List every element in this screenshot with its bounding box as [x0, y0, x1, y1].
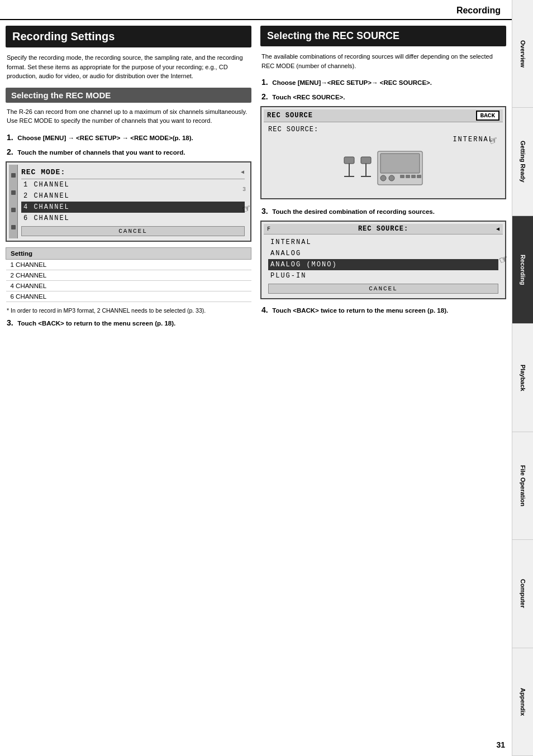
- footnote: * In order to record in MP3 format, 2 CH…: [7, 307, 250, 315]
- rec-source-screen1: REC SOURCE BACK REC SOURCE: INTERNAL: [260, 106, 506, 199]
- rec-source-step1-num: 1.: [261, 78, 268, 87]
- back-button-screen1[interactable]: BACK: [476, 111, 499, 121]
- rec-source-value: INTERNAL: [268, 136, 498, 143]
- device-sidebar-indicator-4: [11, 225, 16, 229]
- svg-rect-0: [344, 157, 354, 164]
- svg-rect-7: [380, 154, 420, 173]
- content-columns: Recording Settings Specify the recording…: [0, 20, 512, 338]
- rec-source-step3-num: 3.: [261, 207, 268, 216]
- rec-source-title: Selecting the REC SOURCE: [260, 26, 506, 46]
- rec-mode-screen-title: REC MODE:: [21, 168, 65, 176]
- source-internal[interactable]: INTERNAL: [268, 237, 498, 248]
- rec-source-step1-text: Choose [MENU]→<REC SETUP>→ <REC SOURCE>.: [270, 79, 432, 86]
- svg-rect-13: [417, 175, 421, 178]
- recording-settings-intro: Specify the recording mode, the recordin…: [6, 53, 251, 81]
- rec-source-screen2: F REC SOURCE: ◀ INTERNAL ANALOG ANALOG (…: [260, 221, 506, 299]
- device-f-label: F: [267, 226, 270, 232]
- rec-mode-step3: 3. Touch <BACK> to return to the menu sc…: [6, 318, 251, 328]
- channel-1-option[interactable]: 1 CHANNEL: [21, 179, 245, 190]
- sidebar-tab-overview[interactable]: Overview: [512, 0, 533, 108]
- device-graphic-svg: [339, 146, 428, 190]
- step2-text: Touch the number of channels that you wa…: [16, 149, 185, 156]
- setting-row-2ch: 2 CHANNEL: [6, 270, 251, 280]
- step3-num: 3.: [7, 318, 13, 327]
- source-analog-mono[interactable]: ANALOG (MONO): [268, 259, 498, 270]
- left-column: Recording Settings Specify the recording…: [6, 26, 251, 332]
- rec-source-step1: 1. Choose [MENU]→<REC SETUP>→ <REC SOURC…: [260, 77, 506, 87]
- sidebar-tab-computer[interactable]: Computer: [512, 540, 533, 648]
- sidebar-tab-recording[interactable]: Recording: [512, 216, 533, 324]
- channel-6-option[interactable]: 6 CHANNEL: [21, 213, 245, 224]
- svg-rect-3: [361, 157, 371, 164]
- main-content: Recording Recording Settings Specify the…: [0, 0, 512, 338]
- rec-mode-screen: REC MODE: ◀ 1 CHANNEL 2 CHANNEL 4 CHANNE…: [6, 161, 251, 242]
- sidebar-tab-file-operation[interactable]: File Operation: [512, 432, 533, 540]
- page-title: Recording: [456, 6, 501, 15]
- settings-table: Setting 1 CHANNEL 2 CHANNEL 4 CHANNEL 6 …: [6, 247, 251, 302]
- step3-text: Touch <BACK> to return to the menu scree…: [16, 320, 175, 327]
- svg-rect-12: [411, 175, 416, 178]
- sidebar-tab-appendix[interactable]: Appendix: [512, 648, 533, 756]
- rec-source-step4-num: 4.: [261, 305, 268, 314]
- device-sidebar-indicator-2: [11, 190, 16, 195]
- rec-source-step2: 2. Touch <REC SOURCE>.: [260, 92, 506, 102]
- rec-source-step3: 3. Touch the desired combination of reco…: [260, 206, 506, 216]
- rec-mode-title: Selecting the REC MODE: [6, 88, 251, 103]
- page-header: Recording: [0, 0, 512, 20]
- rec-mode-body: The R-26 can record from one channel up …: [6, 107, 251, 126]
- channel-2-option[interactable]: 2 CHANNEL: [21, 190, 245, 202]
- device-sidebar-indicator-3: [11, 208, 16, 212]
- rec-source-label: REC SOURCE:: [268, 126, 498, 133]
- page-number: 31: [496, 740, 505, 749]
- step1-num: 1.: [7, 133, 13, 142]
- svg-point-9: [389, 175, 394, 181]
- cancel-button-source[interactable]: CANCEL: [268, 284, 498, 294]
- rec-source-step3-text: Touch the desired combination of recordi…: [270, 208, 435, 215]
- sidebar-tab-playback[interactable]: Playback: [512, 324, 533, 432]
- setting-row-1ch: 1 CHANNEL: [6, 259, 251, 270]
- right-column: Selecting the REC SOURCE The available c…: [260, 26, 506, 332]
- recording-settings-title: Recording Settings: [6, 26, 251, 47]
- hand-cursor-icon-3: ☞: [498, 252, 510, 269]
- rec-source-intro: The available combinations of recording …: [260, 52, 506, 70]
- device-scroll-indicator: ◀: [241, 169, 245, 175]
- device-page-num: 3: [242, 186, 246, 193]
- rec-source-screen2-title: REC SOURCE:: [358, 225, 408, 233]
- settings-table-header: Setting: [6, 247, 251, 259]
- step1-text: Choose [MENU] → <REC SETUP> → <REC MODE>…: [16, 135, 193, 141]
- svg-rect-11: [406, 175, 410, 178]
- source-plug-in[interactable]: PLUG-IN: [268, 270, 498, 281]
- source-analog[interactable]: ANALOG: [268, 248, 498, 259]
- channel-4-option[interactable]: 4 CHANNEL: [21, 202, 245, 213]
- setting-row-4ch: 4 CHANNEL: [6, 280, 251, 291]
- rec-mode-step1: 1. Choose [MENU] → <REC SETUP> → <REC MO…: [6, 132, 251, 142]
- rec-source-step4: 4. Touch <BACK> twice to return to the m…: [260, 305, 506, 315]
- rec-mode-step2: 2. Touch the number of channels that you…: [6, 147, 251, 157]
- rec-source-step2-num: 2.: [261, 92, 268, 101]
- svg-point-8: [380, 175, 386, 181]
- sidebar-tab-getting-ready[interactable]: Getting Ready: [512, 108, 533, 216]
- cancel-button-device[interactable]: CANCEL: [21, 226, 245, 236]
- step2-num: 2.: [7, 147, 13, 156]
- device-sidebar-indicator-1: [11, 173, 16, 178]
- rec-source-step2-text: Touch <REC SOURCE>.: [270, 94, 345, 101]
- rec-source-step4-text: Touch <BACK> twice to return to the menu…: [270, 307, 448, 314]
- rec-source-screen1-title: REC SOURCE: [267, 112, 313, 119]
- sidebar: Overview Getting Ready Recording Playbac…: [512, 0, 533, 756]
- svg-rect-10: [400, 175, 404, 178]
- device-arrow-label: ◀: [496, 226, 499, 232]
- setting-row-6ch: 6 CHANNEL: [6, 291, 251, 302]
